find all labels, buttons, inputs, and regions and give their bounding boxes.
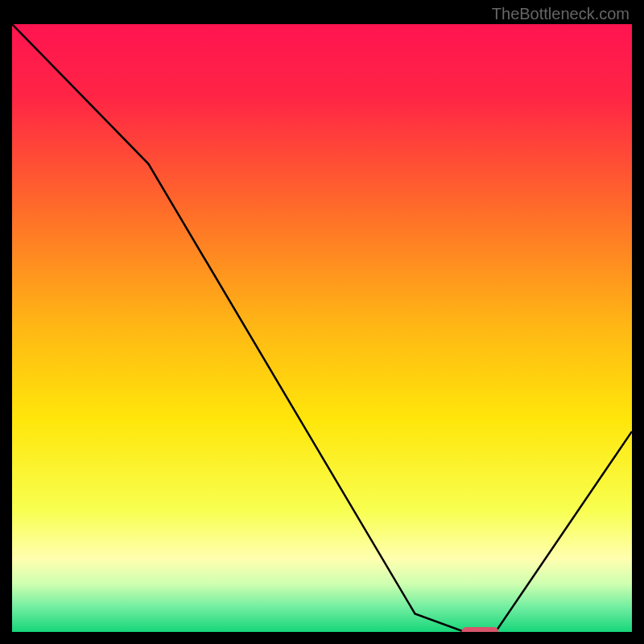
chart-svg (12, 24, 632, 632)
optimal-marker (461, 627, 498, 632)
watermark-text: TheBottleneck.com (492, 5, 630, 23)
plot-area (12, 24, 632, 632)
gradient-background (12, 24, 632, 632)
